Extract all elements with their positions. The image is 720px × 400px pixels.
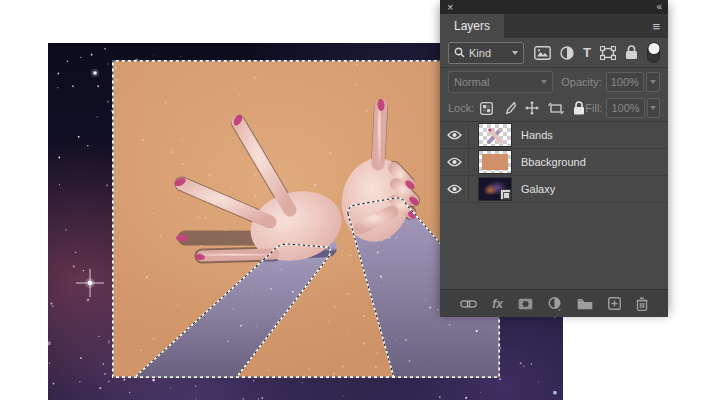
opacity-value: 100% — [611, 76, 639, 88]
lock-pixels-brush-icon[interactable] — [502, 101, 516, 115]
fill-value-box[interactable]: 100% — [606, 98, 644, 118]
search-icon — [454, 47, 465, 58]
fill-label: Fill: — [585, 102, 602, 114]
panel-footer-toolbar: fx — [440, 289, 668, 317]
type-layer-filter-icon[interactable]: T — [583, 46, 591, 59]
layer-style-fx-icon[interactable]: fx — [492, 298, 503, 310]
lock-label: Lock: — [448, 102, 474, 114]
add-layer-mask-icon[interactable] — [518, 298, 533, 310]
panel-menu-icon[interactable]: ≡ — [652, 14, 660, 38]
layer-row-hands[interactable]: Hands — [440, 122, 668, 149]
layer-row-bbackground[interactable]: Bbackground — [440, 149, 668, 176]
layer-list-empty-area[interactable] — [440, 203, 668, 289]
new-group-folder-icon[interactable] — [577, 298, 593, 310]
chevron-down-icon — [512, 51, 518, 55]
chevron-down-icon — [541, 80, 547, 84]
fill-value: 100% — [611, 102, 639, 114]
opacity-value-box[interactable]: 100% — [606, 72, 645, 92]
filter-row: Kind T — [440, 38, 668, 68]
lock-transparency-icon[interactable] — [480, 102, 493, 115]
new-layer-icon[interactable] — [608, 297, 621, 310]
layer-thumbnail-hands[interactable] — [478, 123, 512, 147]
opacity-dropdown-button[interactable] — [646, 72, 660, 92]
panel-tab-bar: Layers ≡ — [440, 14, 668, 38]
photoshop-workspace: × « Layers ≡ Kind — [0, 0, 720, 400]
lock-position-icon[interactable] — [525, 101, 539, 115]
layers-panel: × « Layers ≡ Kind — [440, 0, 668, 310]
smart-object-badge-icon — [500, 189, 511, 200]
lock-all-icon[interactable] — [573, 101, 585, 115]
tab-layers[interactable]: Layers — [440, 14, 504, 38]
opacity-label: Opacity: — [561, 76, 601, 88]
blend-row: Normal Opacity: 100% — [440, 68, 668, 95]
collapse-icon[interactable]: « — [656, 0, 661, 14]
close-icon[interactable]: × — [447, 0, 453, 14]
blend-mode-value: Normal — [454, 76, 489, 88]
lock-artboard-icon[interactable] — [548, 102, 564, 115]
panel-header-bar: × « — [440, 0, 668, 14]
left-forearm — [134, 244, 330, 378]
filter-toggle-switch[interactable] — [647, 44, 660, 63]
filter-kind-dropdown[interactable]: Kind — [448, 42, 524, 64]
layer-name: Galaxy — [521, 183, 555, 195]
layer-name: Hands — [521, 129, 553, 141]
filter-kind-label: Kind — [469, 47, 491, 59]
shape-layer-filter-icon[interactable] — [600, 46, 616, 60]
layer-list: Hands Bbackground Galaxy — [440, 122, 668, 289]
new-adjustment-layer-icon[interactable] — [548, 297, 562, 311]
delete-layer-trash-icon[interactable] — [636, 297, 648, 311]
pixel-layer-filter-icon[interactable] — [534, 46, 551, 60]
layer-thumbnail-bbackground[interactable] — [478, 150, 512, 174]
visibility-eye-icon[interactable] — [440, 176, 469, 202]
fill-dropdown-button[interactable] — [647, 98, 660, 118]
blend-mode-dropdown[interactable]: Normal — [448, 71, 553, 93]
adjustment-layer-filter-icon[interactable] — [560, 46, 574, 60]
layer-thumbnail-galaxy[interactable] — [478, 177, 512, 201]
visibility-eye-icon[interactable] — [440, 149, 469, 175]
smart-object-filter-icon[interactable] — [625, 45, 638, 60]
layer-name: Bbackground — [521, 156, 586, 168]
lock-row: Lock: — [440, 95, 668, 122]
layer-row-galaxy[interactable]: Galaxy — [440, 176, 668, 203]
link-layers-icon[interactable] — [460, 299, 477, 309]
visibility-eye-icon[interactable] — [440, 122, 469, 148]
